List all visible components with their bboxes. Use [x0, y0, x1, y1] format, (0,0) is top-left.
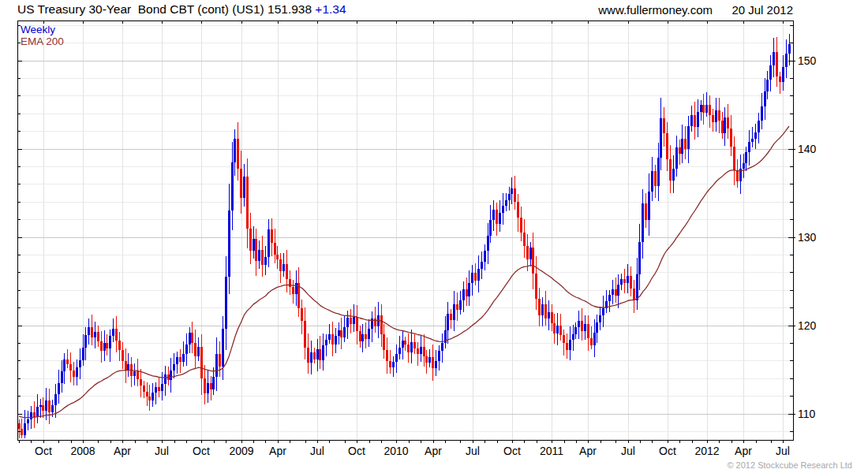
down-candle-body	[255, 239, 257, 261]
down-candle-body	[404, 341, 406, 344]
up-candle-body	[599, 315, 601, 322]
down-candle-body	[654, 171, 657, 186]
up-candle-body	[109, 336, 111, 348]
down-candle-body	[566, 343, 568, 350]
down-candle-body	[274, 243, 276, 255]
up-candle-body	[264, 257, 267, 265]
x-axis-tick-label: Oct	[348, 445, 365, 457]
down-candle-body	[33, 412, 36, 418]
chart-date: 20 Jul 2012	[731, 3, 793, 17]
up-candle-body	[343, 327, 346, 337]
down-candle-body	[669, 159, 672, 181]
up-candle-body	[761, 106, 763, 121]
down-candle-body	[590, 338, 593, 345]
up-candle-body	[353, 317, 355, 324]
down-candle-body	[271, 229, 273, 243]
up-candle-body	[84, 335, 87, 348]
up-candle-body	[112, 329, 114, 336]
down-candle-body	[559, 326, 562, 335]
up-candle-body	[45, 400, 47, 410]
chart-title: US Treasury 30-Year Bond CBT (cont) (US1…	[17, 2, 346, 17]
down-candle-body	[249, 229, 252, 251]
down-candle-body	[466, 289, 468, 296]
down-candle-body	[91, 327, 93, 337]
down-candle-body	[432, 357, 434, 367]
up-candle-body	[338, 330, 340, 337]
down-candle-body	[523, 233, 526, 246]
down-candle-body	[563, 335, 565, 343]
up-candle-body	[243, 177, 245, 198]
up-candle-body	[502, 206, 504, 213]
down-candle-body	[137, 371, 139, 379]
x-axis-tick-label: Apr	[735, 445, 752, 457]
y-axis-tick-label: 120	[798, 319, 817, 332]
down-candle-body	[779, 76, 781, 82]
up-candle-body	[487, 236, 489, 251]
up-candle-body	[499, 213, 501, 225]
up-candle-body	[36, 407, 39, 417]
up-candle-body	[361, 334, 364, 341]
up-candle-body	[161, 384, 163, 391]
down-candle-body	[106, 343, 108, 348]
up-candle-body	[63, 359, 65, 372]
up-candle-body	[395, 354, 398, 362]
x-axis-tick-label: Apr	[269, 445, 286, 457]
x-axis-tick-label: 2008	[70, 445, 95, 457]
down-candle-body	[514, 188, 516, 202]
up-candle-body	[197, 347, 200, 356]
down-candle-body	[615, 289, 617, 296]
up-candle-body	[54, 394, 57, 404]
down-candle-body	[663, 118, 665, 133]
up-candle-body	[133, 371, 136, 376]
down-candle-body	[684, 139, 687, 149]
up-candle-body	[596, 322, 598, 333]
x-axis-tick-label: Oct	[659, 445, 676, 457]
up-candle-body	[420, 347, 422, 354]
up-candle-body	[212, 377, 215, 389]
y-axis-tick-label: 150	[798, 54, 817, 67]
up-candle-body	[660, 118, 662, 158]
down-candle-body	[319, 349, 321, 359]
down-candle-body	[633, 289, 635, 300]
down-candle-body	[413, 342, 416, 348]
down-candle-body	[679, 147, 681, 154]
up-candle-body	[511, 188, 513, 194]
up-candle-body	[392, 362, 395, 367]
up-candle-body	[617, 285, 619, 295]
down-candle-body	[204, 378, 206, 393]
up-candle-body	[681, 139, 683, 154]
up-candle-body	[492, 210, 495, 219]
up-candle-body	[215, 354, 218, 377]
down-candle-body	[292, 287, 294, 294]
down-candle-body	[122, 350, 124, 360]
down-candle-body	[179, 357, 181, 362]
down-candle-body	[276, 255, 279, 259]
down-candle-body	[200, 347, 203, 378]
up-candle-body	[782, 67, 784, 82]
down-candle-body	[356, 317, 358, 331]
up-candle-body	[541, 304, 544, 315]
up-candle-body	[748, 142, 750, 152]
down-candle-body	[721, 121, 724, 133]
up-candle-body	[58, 383, 60, 395]
up-candle-body	[657, 158, 660, 186]
down-candle-body	[736, 170, 739, 182]
copyright-notice: © 2012 Stockcube Research Ltd	[727, 460, 852, 470]
up-candle-body	[176, 357, 178, 364]
up-candle-body	[170, 371, 172, 380]
up-candle-body	[328, 334, 331, 340]
up-candle-body	[745, 152, 747, 162]
up-candle-body	[24, 423, 26, 435]
up-candle-body	[705, 105, 708, 113]
up-candle-body	[335, 336, 337, 344]
up-candle-body	[402, 341, 404, 348]
up-candle-body	[602, 308, 604, 315]
down-candle-body	[709, 105, 711, 115]
up-candle-body	[51, 405, 54, 412]
axis-ticks	[17, 20, 795, 443]
down-candle-body	[386, 350, 388, 360]
down-candle-body	[313, 352, 316, 359]
up-candle-body	[627, 276, 629, 283]
down-candle-body	[551, 312, 553, 322]
down-candle-body	[417, 348, 419, 354]
